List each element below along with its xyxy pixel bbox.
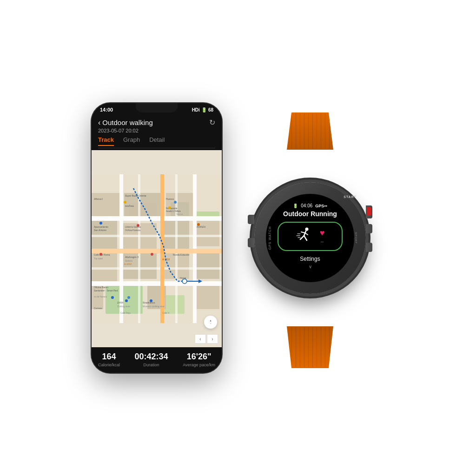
screen-title: Outdoor walking bbox=[102, 119, 152, 126]
svg-text:Calle Vi: Calle Vi bbox=[162, 312, 169, 314]
svg-rect-17 bbox=[194, 286, 219, 309]
svg-point-62 bbox=[124, 201, 126, 204]
heart-icon: ♥ bbox=[320, 228, 325, 238]
heart-rate-value: -- bbox=[321, 239, 324, 244]
watch-time: 04:06 bbox=[301, 203, 312, 208]
watch-heart-column: ♥ -- bbox=[320, 228, 325, 244]
svg-text:ZARA: ZARA bbox=[117, 301, 124, 304]
svg-text:Stradivarius: Stradivarius bbox=[143, 301, 155, 304]
svg-text:Asador L'Alifara: Asador L'Alifara bbox=[166, 210, 181, 212]
phone-header: ‹ Outdoor walking ↻ 2023-05-07 20:02 Tra… bbox=[92, 114, 222, 150]
status-time: 14:00 bbox=[100, 107, 113, 112]
stat-duration: 00:42:34 Duration bbox=[135, 352, 168, 367]
tab-track[interactable]: Track bbox=[98, 136, 114, 146]
tab-detail[interactable]: Detail bbox=[149, 136, 165, 146]
stat-pace: 16'26" Average pace/km bbox=[183, 352, 215, 367]
map-next-button[interactable]: › bbox=[207, 334, 218, 344]
svg-text:Alfonso I: Alfonso I bbox=[94, 198, 103, 200]
svg-line-81 bbox=[301, 232, 305, 233]
phone: 14:00 HDi 🔋 68 ‹ Outdoor walking ↻ 2023-… bbox=[92, 103, 222, 373]
svg-rect-20 bbox=[92, 216, 222, 221]
svg-marker-77 bbox=[210, 320, 212, 322]
calories-value: 164 bbox=[98, 352, 120, 362]
svg-point-67 bbox=[99, 253, 102, 256]
tab-graph[interactable]: Graph bbox=[123, 136, 140, 146]
watch-button-right-red[interactable] bbox=[367, 207, 371, 216]
svg-text:bonÀrea: bonÀrea bbox=[125, 205, 134, 207]
pace-label: Average pace/km bbox=[183, 363, 215, 367]
watch-band-bottom-texture bbox=[288, 327, 332, 367]
calories-label: Calorie/kcal bbox=[98, 363, 120, 367]
map-prev-button[interactable]: ‹ bbox=[195, 334, 206, 344]
watch-battery-icon: 🔋 bbox=[293, 204, 298, 208]
svg-text:Aparcamiento: Aparcamiento bbox=[94, 225, 108, 228]
svg-point-69 bbox=[111, 296, 114, 299]
watch-label-start: START bbox=[344, 195, 357, 198]
watch-activity-title: Outdoor Running bbox=[283, 210, 337, 218]
svg-text:Restaurante: Restaurante bbox=[166, 207, 178, 210]
svg-text:Women's clothing store: Women's clothing store bbox=[143, 305, 165, 308]
svg-text:Calle Rioja: Calle Rioja bbox=[120, 312, 131, 314]
battery-level: 68 bbox=[208, 107, 213, 112]
svg-text:A-1212: A-1212 bbox=[162, 258, 170, 261]
svg-marker-78 bbox=[210, 323, 212, 324]
svg-point-71 bbox=[125, 299, 128, 302]
watch-status-row: 🔋 04:06 GPS▪▪ bbox=[272, 203, 348, 208]
svg-point-76 bbox=[168, 206, 171, 209]
svg-point-68 bbox=[151, 253, 153, 256]
map-pagination: ‹ › bbox=[195, 334, 218, 344]
smartwatch: GPS WATCH SPORT START 🔋 04:06 GPS▪▪ Outd… bbox=[236, 140, 384, 336]
svg-text:Correos: Correos bbox=[94, 307, 102, 310]
svg-text:San Antonio: San Antonio bbox=[94, 229, 106, 231]
watch-button-right-bottom[interactable] bbox=[366, 243, 372, 252]
svg-point-65 bbox=[99, 222, 102, 225]
back-button[interactable]: ‹ Outdoor walking bbox=[98, 119, 153, 127]
watch-case: GPS WATCH SPORT START 🔋 04:06 GPS▪▪ Outd… bbox=[254, 182, 366, 294]
watch-button-right-mid[interactable] bbox=[366, 224, 372, 233]
svg-point-64 bbox=[137, 224, 139, 227]
svg-point-66 bbox=[197, 223, 200, 226]
svg-point-70 bbox=[127, 296, 130, 299]
watch-label-sport: SPORT bbox=[355, 232, 357, 244]
phone-notch bbox=[136, 103, 178, 112]
svg-text:Clothing store: Clothing store bbox=[117, 305, 130, 308]
stat-calories: 164 Calorie/kcal bbox=[98, 352, 120, 367]
svg-text:Oficina Banco: Oficina Banco bbox=[94, 286, 108, 289]
watch-run-icon bbox=[296, 226, 312, 246]
svg-point-79 bbox=[305, 227, 308, 231]
back-row: ‹ Outdoor walking ↻ bbox=[98, 118, 215, 127]
stats-bar: 164 Calorie/kcal 00:42:34 Duration 16'26… bbox=[92, 347, 222, 373]
svg-text:Delivery: Delivery bbox=[125, 260, 133, 262]
tab-bar: Track Graph Detail bbox=[98, 136, 215, 148]
map-compass-button[interactable] bbox=[204, 316, 217, 329]
svg-text:Huesca: Huesca bbox=[166, 198, 174, 200]
refresh-button[interactable]: ↻ bbox=[209, 118, 215, 127]
svg-rect-4 bbox=[92, 193, 119, 216]
svg-rect-26 bbox=[92, 235, 222, 237]
watch-button-left-bottom[interactable] bbox=[248, 238, 254, 247]
svg-rect-22 bbox=[92, 281, 222, 286]
activity-date: 2023-05-07 20:02 bbox=[98, 128, 215, 133]
status-signal: HDi bbox=[192, 107, 200, 112]
back-chevron-icon: ‹ bbox=[98, 119, 100, 127]
watch-band-top-texture bbox=[288, 113, 332, 149]
watch-button-left-top[interactable] bbox=[248, 215, 254, 224]
svg-text:AltoAragón 3: AltoAragón 3 bbox=[125, 256, 139, 258]
watch-gps-status: GPS▪▪ bbox=[315, 204, 327, 208]
svg-line-83 bbox=[300, 236, 304, 239]
svg-text:Top rated: Top rated bbox=[94, 258, 103, 260]
phone-content: ‹ Outdoor walking ↻ 2023-05-07 20:02 Tra… bbox=[92, 114, 222, 373]
watch-screen: 🔋 04:06 GPS▪▪ Outdoor Running bbox=[266, 194, 354, 282]
svg-point-72 bbox=[150, 299, 152, 302]
svg-text:Super Bazar Oriente: Super Bazar Oriente bbox=[125, 194, 146, 197]
duration-label: Duration bbox=[135, 363, 168, 367]
svg-text:Santander - Smart Red: Santander - Smart Red bbox=[94, 289, 118, 292]
svg-text:Ronda Estación: Ronda Estación bbox=[173, 253, 190, 256]
battery-icon: 🔋 bbox=[201, 107, 207, 112]
svg-text:no de Huesca: no de Huesca bbox=[94, 296, 107, 298]
map-view[interactable]: Alfonso I Super Bazar Oriente bonÀrea Hu… bbox=[92, 150, 222, 347]
svg-rect-14 bbox=[194, 253, 219, 279]
svg-text:Home: Home bbox=[180, 277, 186, 279]
scene: 14:00 HDi 🔋 68 ‹ Outdoor walking ↻ 2023-… bbox=[92, 103, 384, 373]
watch-activity-card: ♥ -- bbox=[278, 222, 343, 251]
